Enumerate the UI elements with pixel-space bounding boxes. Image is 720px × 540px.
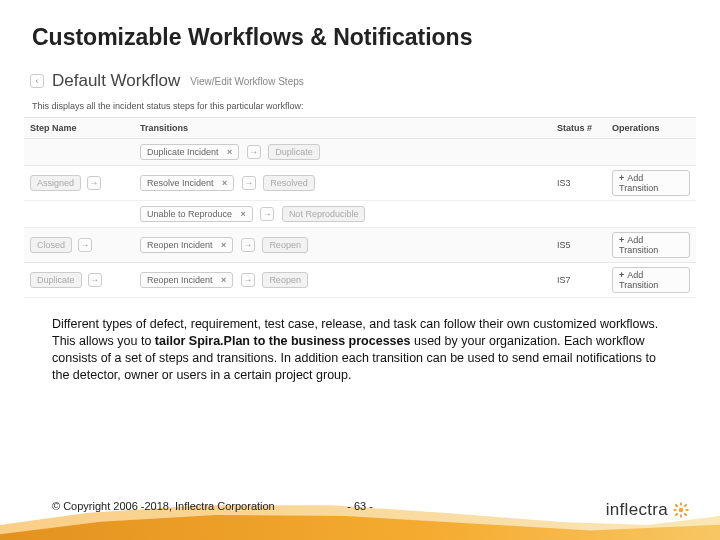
table-row: Unable to Reproduce × → Not Reproducible — [24, 201, 696, 228]
arrow-right-icon: → — [78, 238, 92, 252]
col-operations: Operations — [606, 118, 696, 139]
body-text-bold: tailor Spira.Plan to the business proces… — [155, 334, 411, 348]
transition-tag[interactable]: Reopen Incident × — [140, 237, 233, 253]
transition-tag[interactable]: Reopen Incident × — [140, 272, 233, 288]
step-name-tag: Duplicate — [30, 272, 82, 288]
col-step: Step Name — [24, 118, 134, 139]
step-name-tag: Assigned — [30, 175, 81, 191]
target-tag: Resolved — [263, 175, 315, 191]
svg-line-6 — [684, 513, 686, 515]
close-icon[interactable]: × — [241, 209, 246, 219]
status-id: IS3 — [551, 166, 606, 201]
body-paragraph: Different types of defect, requirement, … — [0, 298, 720, 384]
arrow-right-icon: → — [247, 145, 261, 159]
table-row: Assigned → Resolve Incident × → Resolved… — [24, 166, 696, 201]
add-transition-label: Add Transition — [619, 235, 658, 255]
add-transition-label: Add Transition — [619, 173, 658, 193]
arrow-right-icon: → — [241, 273, 255, 287]
status-id: IS5 — [551, 228, 606, 263]
transition-label: Reopen Incident — [147, 275, 213, 285]
col-status: Status # — [551, 118, 606, 139]
transition-tag[interactable]: Unable to Reproduce × — [140, 206, 253, 222]
arrow-right-icon: → — [241, 238, 255, 252]
target-tag: Not Reproducible — [282, 206, 366, 222]
back-icon[interactable]: ‹ — [30, 74, 44, 88]
workflow-subtitle: View/Edit Workflow Steps — [190, 76, 304, 87]
svg-line-7 — [675, 513, 677, 515]
target-tag: Reopen — [262, 237, 308, 253]
transition-label: Unable to Reproduce — [147, 209, 232, 219]
add-transition-button[interactable]: +Add Transition — [612, 232, 690, 258]
add-transition-label: Add Transition — [619, 270, 658, 290]
transition-label: Reopen Incident — [147, 240, 213, 250]
transition-tag[interactable]: Duplicate Incident × — [140, 144, 239, 160]
close-icon[interactable]: × — [227, 147, 232, 157]
close-icon[interactable]: × — [222, 178, 227, 188]
arrow-right-icon: → — [87, 176, 101, 190]
app-screenshot: ‹ Default Workflow View/Edit Workflow St… — [24, 67, 696, 298]
col-transitions: Transitions — [134, 118, 551, 139]
svg-line-8 — [684, 504, 686, 506]
workflow-description: This displays all the incident status st… — [24, 95, 696, 117]
svg-line-5 — [675, 504, 677, 506]
transition-label: Duplicate Incident — [147, 147, 219, 157]
add-transition-button[interactable]: +Add Transition — [612, 170, 690, 196]
copyright-text: © Copyright 2006 -2018, Inflectra Corpor… — [52, 500, 275, 512]
step-name-tag: Closed — [30, 237, 72, 253]
table-row: Duplicate Incident × → Duplicate — [24, 139, 696, 166]
sun-icon — [672, 501, 690, 519]
close-icon[interactable]: × — [221, 275, 226, 285]
status-id: IS7 — [551, 263, 606, 298]
arrow-right-icon: → — [88, 273, 102, 287]
table-row: Duplicate → Reopen Incident × → Reopen I… — [24, 263, 696, 298]
page-number: - 63 - — [347, 500, 373, 512]
slide-title: Customizable Workflows & Notifications — [0, 0, 720, 61]
table-row: Closed → Reopen Incident × → Reopen IS5 … — [24, 228, 696, 263]
target-tag: Reopen — [262, 272, 308, 288]
app-header: ‹ Default Workflow View/Edit Workflow St… — [24, 67, 696, 95]
add-transition-button[interactable]: +Add Transition — [612, 267, 690, 293]
workflow-title: Default Workflow — [52, 71, 180, 91]
transition-label: Resolve Incident — [147, 178, 214, 188]
workflow-table: Step Name Transitions Status # Operation… — [24, 117, 696, 298]
logo-text: inflectra — [606, 500, 668, 520]
close-icon[interactable]: × — [221, 240, 226, 250]
arrow-right-icon: → — [242, 176, 256, 190]
target-tag: Duplicate — [268, 144, 320, 160]
inflectra-logo: inflectra — [606, 500, 690, 520]
slide-footer: © Copyright 2006 -2018, Inflectra Corpor… — [0, 476, 720, 540]
arrow-right-icon: → — [260, 207, 274, 221]
svg-point-0 — [679, 508, 684, 513]
transition-tag[interactable]: Resolve Incident × — [140, 175, 234, 191]
